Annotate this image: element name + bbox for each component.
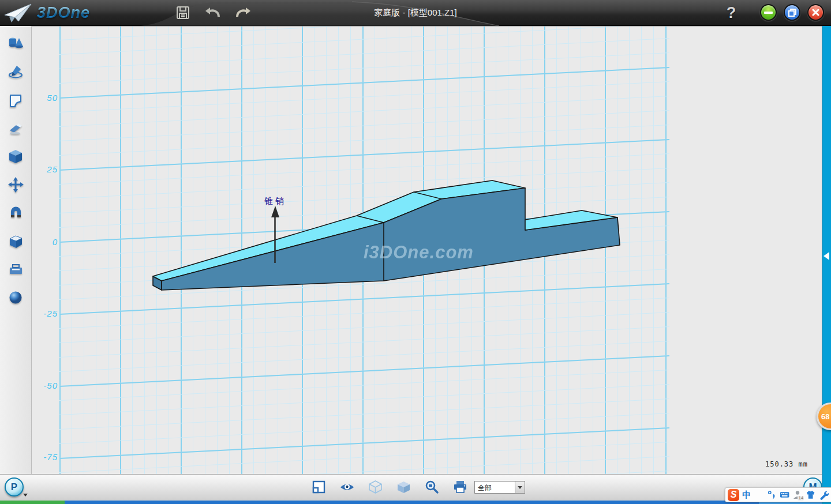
- dimension-readout: 150.33 mm: [765, 460, 808, 468]
- combine-icon[interactable]: [8, 234, 24, 249]
- restore-button[interactable]: [784, 4, 800, 21]
- close-button[interactable]: [807, 4, 824, 21]
- brand-name: 3DOne: [37, 4, 90, 22]
- taskbar-blue-segment[interactable]: [65, 501, 759, 504]
- taskbar-green-segment[interactable]: [0, 501, 65, 504]
- os-taskbar-sliver: [0, 501, 831, 504]
- shaded-view-icon[interactable]: [396, 480, 411, 494]
- minimize-button[interactable]: [760, 4, 777, 21]
- ime-language-toggle[interactable]: 中: [742, 490, 751, 501]
- visibility-eye-icon[interactable]: [340, 480, 354, 494]
- ime-account-count: 14: [798, 496, 804, 501]
- undo-button[interactable]: [203, 3, 223, 22]
- move-icon[interactable]: [8, 177, 24, 193]
- profile-letter: P: [11, 482, 17, 493]
- wireframe-view-icon[interactable]: [368, 480, 383, 494]
- chevron-down-icon: [518, 486, 522, 489]
- titlebar-toolbar: [173, 3, 253, 22]
- profile-badge[interactable]: P: [5, 477, 24, 497]
- ime-skin-shirt-icon[interactable]: [806, 490, 815, 500]
- display-filter-combo[interactable]: 全部: [474, 481, 525, 494]
- ime-soft-keyboard-icon[interactable]: [780, 490, 789, 500]
- watermark: i3DOne.com: [364, 242, 474, 262]
- viewport[interactable]: 50 25 0 -25 -50 -75 i3DOne.com 锥销 150.33: [32, 26, 822, 474]
- save-button[interactable]: [173, 3, 193, 22]
- ime-logo[interactable]: S: [728, 489, 739, 501]
- features-icon[interactable]: [8, 149, 24, 164]
- ime-account-icon[interactable]: 14: [792, 490, 803, 500]
- basic-solids-icon[interactable]: [8, 36, 24, 51]
- eraser-icon[interactable]: [8, 121, 24, 136]
- app-logo: 3DOne: [3, 1, 90, 25]
- view-plane-icon[interactable]: [312, 480, 326, 494]
- model-3d-wedge[interactable]: i3DOne.com 锥销: [32, 27, 822, 474]
- counter-value: 68: [821, 412, 829, 421]
- help-button[interactable]: ?: [721, 1, 741, 24]
- assembly-magnet-icon[interactable]: [8, 205, 24, 221]
- close-icon: [812, 9, 819, 16]
- annotation-arrow-icon: [271, 206, 279, 217]
- print-icon[interactable]: [453, 480, 467, 494]
- redo-button[interactable]: [233, 3, 253, 22]
- title-bar: 3DOne 家庭版 - [模型001.: [0, 0, 831, 26]
- zoom-search-icon[interactable]: [425, 480, 439, 494]
- titlebar-swoosh-decoration: [0, 0, 831, 26]
- filter-dropdown-button[interactable]: [515, 482, 525, 493]
- ime-fullhalf-moon-icon[interactable]: [754, 490, 763, 500]
- minimize-icon: [764, 12, 773, 14]
- ime-toolbar: S 中 14: [725, 487, 831, 502]
- ime-settings-wrench-icon[interactable]: [819, 490, 829, 500]
- panel-collapse-arrow-icon[interactable]: [823, 252, 829, 260]
- left-toolbar: [0, 26, 32, 474]
- sketch-icon[interactable]: [8, 64, 24, 80]
- application-window: 3DOne 家庭版 - [模型001.: [0, 0, 831, 504]
- right-panel-strip: [822, 26, 831, 504]
- sketch-plane-icon[interactable]: [8, 92, 24, 108]
- profile-caret-icon[interactable]: [23, 494, 28, 497]
- annotation-label: 锥销: [264, 196, 286, 206]
- paper-plane-icon: [3, 2, 33, 24]
- material-sphere-icon[interactable]: [8, 290, 24, 306]
- ime-punctuation-icon[interactable]: [767, 490, 777, 500]
- toolbox-icon[interactable]: [8, 262, 24, 277]
- filter-value: 全部: [475, 482, 515, 493]
- restore-icon: [788, 9, 796, 17]
- bottom-toolbar: P: [0, 474, 822, 501]
